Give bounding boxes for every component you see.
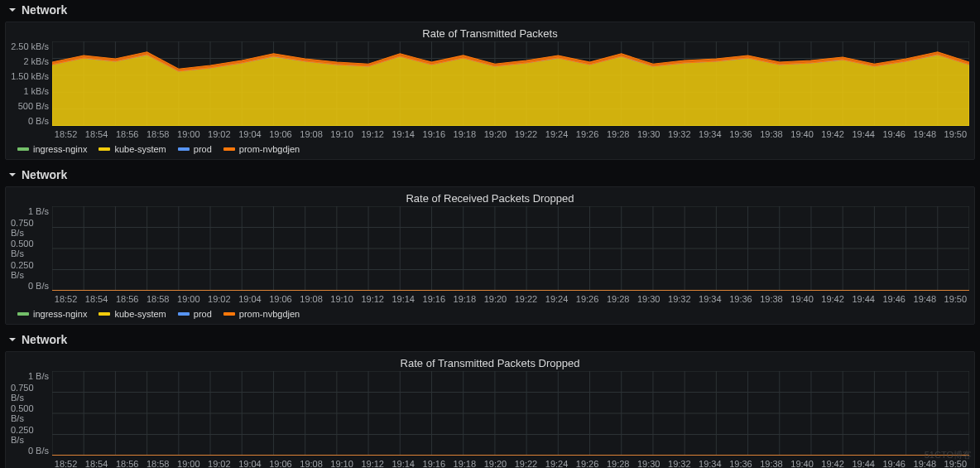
- x-tick: 19:32: [664, 129, 694, 139]
- x-axis: 18:5218:5418:5618:5819:0019:0219:0419:06…: [6, 128, 974, 141]
- x-tick: 19:02: [204, 129, 234, 139]
- row-header-network-2[interactable]: Network: [0, 330, 980, 350]
- chevron-down-icon: [7, 335, 18, 344]
- x-tick: 19:38: [756, 459, 786, 468]
- x-tick: 18:54: [81, 459, 112, 468]
- legend-item[interactable]: prom-nvbgdjen: [223, 309, 300, 319]
- x-tick: 19:34: [694, 294, 725, 304]
- legend-item[interactable]: prom-nvbgdjen: [223, 144, 300, 154]
- x-tick: 18:54: [81, 129, 112, 139]
- x-tick: 18:58: [142, 129, 173, 139]
- x-tick: 19:12: [358, 459, 388, 468]
- x-tick: 18:56: [112, 294, 142, 304]
- legend-item[interactable]: kube-system: [98, 309, 166, 319]
- x-tick: 19:10: [327, 294, 358, 304]
- legend-label: prom-nvbgdjen: [239, 309, 300, 319]
- x-tick: 19:42: [818, 294, 848, 304]
- y-tick: 0 B/s: [28, 281, 49, 291]
- y-axis: 1 B/s0.750 B/s0.500 B/s0.250 B/s0 B/s: [11, 206, 52, 291]
- x-tick: 19:48: [910, 294, 940, 304]
- y-tick: 0.500 B/s: [11, 403, 49, 423]
- panel-title: Rate of Received Packets Dropped: [6, 187, 974, 206]
- row-header-network-1[interactable]: Network: [0, 165, 980, 185]
- y-tick: 1 B/s: [28, 206, 49, 216]
- x-tick: 19:24: [541, 129, 572, 139]
- x-tick: 19:30: [633, 294, 664, 304]
- legend-swatch: [223, 147, 235, 151]
- y-axis: 2.50 kB/s2 kB/s1.50 kB/s1 kB/s500 B/s0 B…: [11, 41, 52, 126]
- x-tick: 19:12: [358, 294, 388, 304]
- plot-area: [52, 371, 969, 456]
- legend-label: ingress-nginx: [33, 309, 87, 319]
- x-tick: 19:08: [296, 129, 327, 139]
- x-tick: 19:38: [756, 294, 786, 304]
- panel-transmitted-packets[interactable]: Rate of Transmitted Packets 2.50 kB/s2 k…: [5, 22, 975, 160]
- x-tick: 19:38: [756, 129, 786, 139]
- x-tick: 19:34: [694, 129, 725, 139]
- x-tick: 19:14: [388, 459, 419, 468]
- legend-item[interactable]: ingress-nginx: [17, 144, 87, 154]
- y-axis: 1 B/s0.750 B/s0.500 B/s0.250 B/s0 B/s: [11, 371, 52, 456]
- legend-swatch: [98, 312, 110, 316]
- panel-transmitted-dropped[interactable]: Rate of Transmitted Packets Dropped 1 B/…: [5, 351, 975, 468]
- y-tick: 0.250 B/s: [11, 425, 49, 445]
- x-tick: 19:36: [725, 459, 756, 468]
- x-tick: 18:58: [142, 459, 173, 468]
- row-title: Network: [22, 3, 67, 17]
- legend: ingress-nginxkube-systemprodprom-nvbgdje…: [6, 306, 974, 324]
- x-tick: 19:30: [633, 129, 664, 139]
- x-tick: 19:06: [265, 294, 295, 304]
- x-tick: 19:50: [940, 294, 971, 304]
- x-tick: 19:22: [511, 294, 541, 304]
- x-tick: 19:44: [848, 294, 879, 304]
- x-tick: 19:20: [480, 129, 511, 139]
- x-tick: 19:00: [173, 294, 204, 304]
- x-tick: 19:00: [173, 459, 204, 468]
- x-axis: 18:5218:5418:5618:5819:0019:0219:0419:06…: [6, 292, 974, 306]
- legend-label: prod: [194, 144, 212, 154]
- legend-item[interactable]: kube-system: [98, 144, 166, 154]
- x-tick: 19:06: [265, 129, 295, 139]
- y-tick: 500 B/s: [18, 101, 49, 111]
- legend-item[interactable]: ingress-nginx: [17, 309, 87, 319]
- x-tick: 19:40: [787, 294, 818, 304]
- legend-item[interactable]: prod: [178, 309, 212, 319]
- y-tick: 0.250 B/s: [11, 260, 49, 280]
- legend-label: kube-system: [114, 144, 166, 154]
- x-tick: 18:56: [112, 459, 142, 468]
- legend-swatch: [17, 312, 29, 316]
- row-header-network-0[interactable]: Network: [0, 0, 980, 20]
- x-tick: 19:24: [541, 459, 572, 468]
- x-tick: 19:42: [818, 459, 848, 468]
- plot-area: [52, 206, 969, 291]
- y-tick: 2.50 kB/s: [11, 41, 49, 51]
- legend-swatch: [17, 147, 29, 151]
- x-tick: 19:32: [664, 294, 694, 304]
- watermark: 51CTO博客: [925, 449, 972, 461]
- x-tick: 19:46: [879, 459, 910, 468]
- panel-title: Rate of Transmitted Packets Dropped: [6, 352, 974, 371]
- x-tick: 19:16: [419, 129, 449, 139]
- y-tick: 1 kB/s: [23, 86, 49, 96]
- x-tick: 19:08: [296, 459, 327, 468]
- x-tick: 19:36: [725, 294, 756, 304]
- x-tick: 19:40: [787, 129, 818, 139]
- panel-received-dropped[interactable]: Rate of Received Packets Dropped 1 B/s0.…: [5, 186, 975, 325]
- legend-item[interactable]: prod: [178, 144, 212, 154]
- x-tick: 19:14: [388, 129, 419, 139]
- y-tick: 2 kB/s: [23, 56, 49, 66]
- y-tick: 0.500 B/s: [11, 239, 49, 258]
- x-tick: 19:12: [358, 129, 388, 139]
- x-tick: 18:52: [50, 294, 81, 304]
- x-tick: 19:32: [664, 459, 694, 468]
- y-tick: 1 B/s: [28, 371, 49, 381]
- y-tick: 1.50 kB/s: [11, 71, 49, 81]
- x-tick: 19:46: [879, 294, 910, 304]
- x-tick: 19:24: [541, 294, 572, 304]
- x-tick: 18:52: [50, 459, 81, 468]
- x-tick: 18:56: [112, 129, 142, 139]
- x-tick: 19:34: [694, 459, 725, 468]
- x-tick: 19:28: [603, 459, 633, 468]
- x-tick: 19:44: [848, 129, 879, 139]
- legend-swatch: [98, 147, 110, 151]
